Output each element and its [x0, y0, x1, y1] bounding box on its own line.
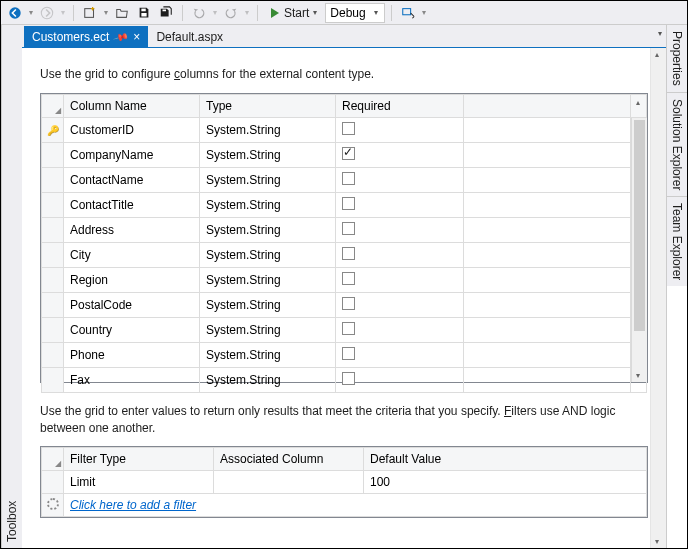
- open-file-button[interactable]: [112, 3, 132, 23]
- row-header[interactable]: [42, 242, 64, 267]
- row-header[interactable]: [42, 367, 64, 392]
- cell-type[interactable]: System.String: [200, 117, 336, 142]
- col-header-type[interactable]: Type: [200, 94, 336, 117]
- table-row[interactable]: ContactTitleSystem.String: [42, 192, 647, 217]
- nav-back-dropdown[interactable]: ▾: [27, 8, 35, 17]
- redo-button[interactable]: [221, 3, 241, 23]
- required-checkbox[interactable]: [342, 272, 355, 285]
- table-row[interactable]: CompanyNameSystem.String: [42, 142, 647, 167]
- cell-column-name[interactable]: Region: [64, 267, 200, 292]
- required-checkbox[interactable]: [342, 222, 355, 235]
- new-project-dropdown[interactable]: ▾: [102, 8, 110, 17]
- flt-header-type[interactable]: Filter Type: [64, 448, 214, 471]
- cell-column-name[interactable]: Address: [64, 217, 200, 242]
- row-header[interactable]: [42, 471, 64, 494]
- cell-column-name[interactable]: ContactName: [64, 167, 200, 192]
- cell-required[interactable]: [336, 342, 464, 367]
- tab-overflow-button[interactable]: ▾: [658, 29, 662, 38]
- close-icon[interactable]: ×: [133, 30, 140, 44]
- nav-back-button[interactable]: [5, 3, 25, 23]
- toolbox-panel-tab[interactable]: Toolbox: [1, 25, 22, 548]
- cell-type[interactable]: System.String: [200, 242, 336, 267]
- cell-column-name[interactable]: Country: [64, 317, 200, 342]
- browse-button[interactable]: [398, 3, 418, 23]
- cell-column-name[interactable]: CustomerID: [64, 117, 200, 142]
- table-row[interactable]: AddressSystem.String: [42, 217, 647, 242]
- table-row[interactable]: FaxSystem.String: [42, 367, 647, 392]
- tab-default-aspx[interactable]: Default.aspx: [148, 26, 231, 47]
- table-row[interactable]: Limit100: [42, 471, 647, 494]
- scrollbar-thumb[interactable]: [634, 120, 645, 331]
- cell-required[interactable]: [336, 192, 464, 217]
- table-row[interactable]: 🔑CustomerIDSystem.String: [42, 117, 647, 142]
- cell-required[interactable]: [336, 142, 464, 167]
- save-all-button[interactable]: [156, 3, 176, 23]
- required-checkbox[interactable]: [342, 147, 355, 160]
- table-row[interactable]: PhoneSystem.String: [42, 342, 647, 367]
- browse-dropdown[interactable]: ▾: [420, 8, 428, 17]
- required-checkbox[interactable]: [342, 322, 355, 335]
- row-header[interactable]: [42, 317, 64, 342]
- cell-column-name[interactable]: Phone: [64, 342, 200, 367]
- cell-type[interactable]: System.String: [200, 292, 336, 317]
- cell-filter-type[interactable]: Limit: [64, 471, 214, 494]
- row-header[interactable]: [42, 267, 64, 292]
- cell-required[interactable]: [336, 242, 464, 267]
- cell-required[interactable]: [336, 267, 464, 292]
- cell-type[interactable]: System.String: [200, 217, 336, 242]
- table-row[interactable]: ContactNameSystem.String: [42, 167, 647, 192]
- col-header-name[interactable]: Column Name: [64, 94, 200, 117]
- cell-column-name[interactable]: Fax: [64, 367, 200, 392]
- flt-header-assoc[interactable]: Associated Column: [214, 448, 364, 471]
- required-checkbox[interactable]: [342, 197, 355, 210]
- table-row[interactable]: CitySystem.String: [42, 242, 647, 267]
- cell-required[interactable]: [336, 217, 464, 242]
- cell-required[interactable]: [336, 117, 464, 142]
- cell-type[interactable]: System.String: [200, 342, 336, 367]
- nav-forward-button[interactable]: [37, 3, 57, 23]
- cell-assoc-column[interactable]: [214, 471, 364, 494]
- row-header[interactable]: [42, 192, 64, 217]
- required-checkbox[interactable]: [342, 372, 355, 385]
- cell-type[interactable]: System.String: [200, 142, 336, 167]
- row-header[interactable]: [42, 217, 64, 242]
- cell-type[interactable]: System.String: [200, 317, 336, 342]
- undo-button[interactable]: [189, 3, 209, 23]
- required-checkbox[interactable]: [342, 172, 355, 185]
- cell-column-name[interactable]: CompanyName: [64, 142, 200, 167]
- undo-dropdown[interactable]: ▾: [211, 8, 219, 17]
- row-header[interactable]: [42, 142, 64, 167]
- col-header-required[interactable]: Required: [336, 94, 464, 117]
- cell-column-name[interactable]: PostalCode: [64, 292, 200, 317]
- cell-type[interactable]: System.String: [200, 192, 336, 217]
- required-checkbox[interactable]: [342, 347, 355, 360]
- add-filter-link[interactable]: Click here to add a filter: [70, 498, 196, 512]
- nav-forward-dropdown[interactable]: ▾: [59, 8, 67, 17]
- start-debug-button[interactable]: Start ▾: [264, 3, 323, 23]
- flt-header-default[interactable]: Default Value: [364, 448, 647, 471]
- add-filter-row[interactable]: Click here to add a filter: [42, 494, 647, 517]
- cell-required[interactable]: [336, 292, 464, 317]
- pin-icon[interactable]: 📌: [113, 29, 129, 45]
- cell-column-name[interactable]: City: [64, 242, 200, 267]
- table-row[interactable]: RegionSystem.String: [42, 267, 647, 292]
- cell-type[interactable]: System.String: [200, 267, 336, 292]
- cell-column-name[interactable]: ContactTitle: [64, 192, 200, 217]
- cell-required[interactable]: [336, 167, 464, 192]
- required-checkbox[interactable]: [342, 247, 355, 260]
- cell-required[interactable]: [336, 317, 464, 342]
- save-button[interactable]: [134, 3, 154, 23]
- row-header[interactable]: [42, 292, 64, 317]
- tab-customers-ect[interactable]: Customers.ect 📌 ×: [24, 26, 148, 47]
- required-checkbox[interactable]: [342, 297, 355, 310]
- row-header[interactable]: [42, 167, 64, 192]
- columns-grid-scrollbar[interactable]: ▴ ▾: [631, 118, 647, 382]
- cell-required[interactable]: [336, 367, 464, 392]
- table-row[interactable]: PostalCodeSystem.String: [42, 292, 647, 317]
- team-explorer-panel-tab[interactable]: Team Explorer: [667, 197, 687, 286]
- table-row[interactable]: CountrySystem.String: [42, 317, 647, 342]
- new-project-button[interactable]: [80, 3, 100, 23]
- cell-type[interactable]: System.String: [200, 167, 336, 192]
- row-header[interactable]: 🔑: [42, 117, 64, 142]
- add-filter-cell[interactable]: Click here to add a filter: [64, 494, 647, 517]
